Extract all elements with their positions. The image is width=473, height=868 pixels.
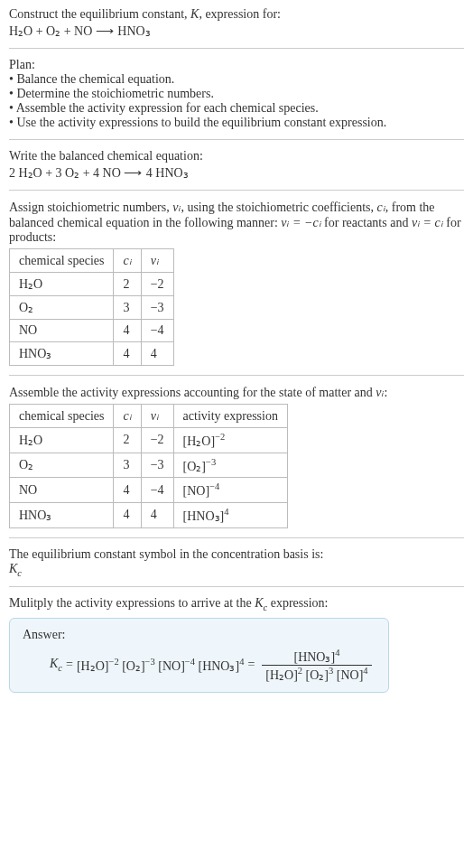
table-row: HNO₃ 4 4 [HNO₃]4 [10, 502, 288, 527]
kc-symbol-section: The equilibrium constant symbol in the c… [9, 547, 464, 588]
cell-activity: [NO]−4 [173, 478, 287, 503]
prompt-line: Construct the equilibrium constant, K, e… [9, 7, 464, 22]
table-row: H₂O 2 −2 [10, 273, 174, 296]
answer-equation: Kc = [H₂O]−2 [O₂]−3 [NO]−4 [HNO₃]4 = [HN… [50, 648, 376, 682]
stoich-relation-reactants: νᵢ = −cᵢ [281, 216, 320, 229]
cell-species: H₂O [10, 428, 114, 453]
answer-label: Answer: [23, 628, 376, 642]
cell-species: H₂O [10, 273, 114, 296]
activity-nu: νᵢ [376, 386, 384, 399]
equals-2: = [247, 658, 255, 672]
answer-box: Answer: Kc = [H₂O]−2 [O₂]−3 [NO]−4 [HNO₃… [9, 618, 389, 692]
multiply-kc-K: K [255, 596, 263, 610]
cell-nu: 4 [141, 342, 173, 366]
kc-K: K [9, 562, 17, 575]
fraction-numerator: [HNO₃]4 [262, 648, 371, 666]
act-exp: 4 [224, 507, 228, 517]
term-exp: 4 [239, 657, 244, 667]
term: [O₂]−3 [122, 659, 155, 673]
plan-item: Use the activity expressions to build th… [9, 116, 464, 130]
term: [HNO₃]4 [293, 650, 339, 664]
multiply-kc: Kc [255, 596, 267, 610]
cell-species: HNO₃ [10, 502, 114, 527]
table-header-row: chemical species cᵢ νᵢ activity expressi… [10, 405, 288, 428]
cell-ci: 4 [114, 320, 141, 342]
fraction-denominator: [H₂O]2 [O₂]3 [NO]4 [262, 666, 371, 683]
term-exp: 3 [329, 666, 333, 676]
activity-section: Assemble the activity expressions accoun… [9, 385, 464, 538]
cell-species: O₂ [10, 296, 114, 320]
balanced-equation: 2 H₂O + 3 O₂ + 4 NO ⟶ 4 HNO₃ [9, 165, 464, 181]
col-ci: cᵢ [114, 249, 141, 273]
term: [H₂O]2 [265, 668, 302, 682]
cell-nu: −2 [141, 273, 173, 296]
cell-activity: [HNO₃]4 [173, 502, 287, 527]
prompt-text-b: , expression for: [199, 7, 281, 21]
prompt-section: Construct the equilibrium constant, K, e… [9, 7, 464, 49]
cell-ci: 4 [114, 502, 141, 527]
term-exp: −3 [145, 657, 155, 667]
term: [H₂O]−2 [77, 659, 119, 673]
activity-heading-a: Assemble the activity expressions accoun… [9, 386, 376, 399]
unbalanced-rhs: HNO₃ [117, 24, 150, 38]
cell-nu: 4 [141, 502, 173, 527]
table-row: O₂ 3 −3 [O₂]−3 [10, 453, 288, 478]
cell-ci: 2 [114, 428, 141, 453]
cell-nu: −3 [141, 453, 173, 478]
table-row: O₂ 3 −3 [10, 296, 174, 320]
stoich-relation-products: νᵢ = cᵢ [412, 216, 443, 229]
term-base: [O₂] [306, 668, 329, 682]
cell-ci: 2 [114, 273, 141, 296]
unbalanced-lhs: H₂O + O₂ + NO [9, 24, 92, 38]
plan-item: Balance the chemical equation. [9, 72, 464, 87]
act-base: [HNO₃] [183, 509, 225, 523]
cell-nu: −4 [141, 320, 173, 342]
answer-kc-K: K [50, 657, 58, 670]
col-species: chemical species [10, 249, 114, 273]
table-header-row: chemical species cᵢ νᵢ [10, 249, 174, 273]
term-base: [H₂O] [77, 659, 109, 673]
col-ci: cᵢ [114, 405, 141, 428]
cell-species: NO [10, 478, 114, 503]
term-base: [H₂O] [265, 668, 298, 682]
term-exp: −2 [108, 657, 118, 667]
act-exp: −4 [209, 481, 219, 491]
kc-sub: c [17, 567, 22, 577]
table-row: NO 4 −4 [NO]−4 [10, 478, 288, 503]
act-exp: −3 [206, 457, 216, 467]
term-base: [HNO₃] [293, 650, 335, 664]
cell-nu: −4 [141, 478, 173, 503]
cell-ci: 3 [114, 453, 141, 478]
term-exp: 4 [335, 648, 339, 658]
reaction-arrow-icon: ⟶ [124, 166, 143, 180]
table-row: HNO₃ 4 4 [10, 342, 174, 366]
table-row: NO 4 −4 [10, 320, 174, 342]
stoich-table: chemical species cᵢ νᵢ H₂O 2 −2 O₂ 3 −3 … [9, 248, 174, 366]
term-base: [HNO₃] [198, 659, 239, 673]
term: [O₂]3 [306, 668, 334, 682]
term-exp: 4 [363, 666, 367, 676]
cell-species: O₂ [10, 453, 114, 478]
balanced-lhs: 2 H₂O + 3 O₂ + 4 NO [9, 166, 121, 180]
stoich-section: Assign stoichiometric numbers, νᵢ, using… [9, 200, 464, 376]
cell-activity: [H₂O]−2 [173, 428, 287, 453]
prompt-K: K [190, 7, 199, 21]
act-base: [O₂] [183, 459, 206, 472]
balanced-section: Write the balanced chemical equation: 2 … [9, 149, 464, 191]
activity-heading: Assemble the activity expressions accoun… [9, 385, 464, 400]
stoich-text-a: Assign stoichiometric numbers, [9, 201, 172, 214]
activity-table: chemical species cᵢ νᵢ activity expressi… [9, 404, 288, 528]
cell-ci: 4 [114, 478, 141, 503]
equals-1: = [66, 658, 73, 672]
plan-item: Assemble the activity expression for eac… [9, 101, 464, 116]
term: [HNO₃]4 [198, 659, 244, 673]
cell-nu: −3 [141, 296, 173, 320]
term-exp: 2 [298, 666, 302, 676]
balanced-rhs: 4 HNO₃ [146, 166, 189, 180]
act-exp: −2 [215, 432, 225, 442]
cell-ci: 3 [114, 296, 141, 320]
cell-ci: 4 [114, 342, 141, 366]
act-base: [H₂O] [183, 434, 216, 448]
table-row: H₂O 2 −2 [H₂O]−2 [10, 428, 288, 453]
stoich-text-b: , using the stoichiometric coefficients, [181, 201, 376, 214]
